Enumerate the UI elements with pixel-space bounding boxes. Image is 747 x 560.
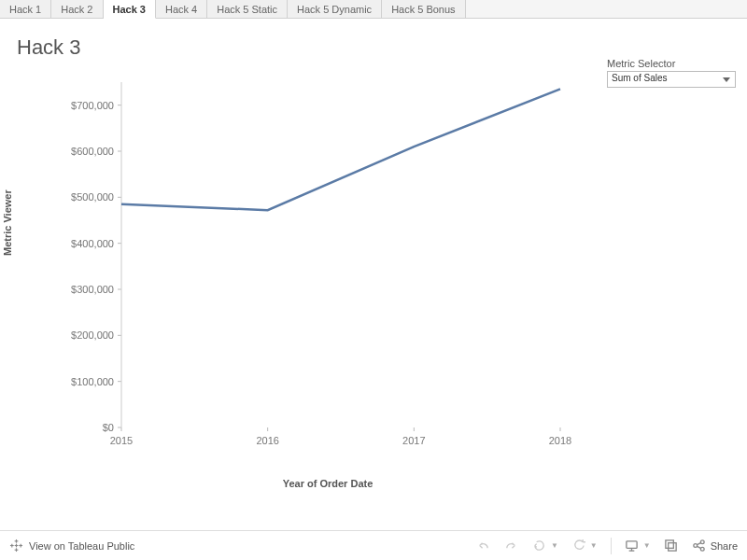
tab-hack-5-bonus[interactable]: Hack 5 Bonus [382,0,465,18]
view-on-tableau-link[interactable]: View on Tableau Public [9,539,134,553]
svg-text:$700,000: $700,000 [71,100,114,111]
undo-icon[interactable] [476,539,491,553]
svg-text:$400,000: $400,000 [71,238,114,249]
svg-point-40 [694,544,698,548]
dashboard-view: Hack 3 Metric Viewer $0$100,000$200,000$… [0,19,747,523]
svg-text:2018: 2018 [549,435,571,446]
svg-text:$0: $0 [103,422,114,433]
svg-rect-38 [666,540,673,548]
presentation-icon[interactable] [625,539,640,553]
chevron-down-icon[interactable]: ▼ [643,541,651,550]
svg-text:$200,000: $200,000 [71,329,114,341]
page-title: Hack 3 [17,35,607,60]
fullscreen-icon[interactable] [664,539,679,553]
redo-icon[interactable] [504,539,519,553]
share-button[interactable]: Share [692,539,738,553]
svg-line-44 [698,546,701,548]
tab-hack-5-dynamic[interactable]: Hack 5 Dynamic [288,0,382,18]
svg-point-41 [701,540,705,544]
view-on-tableau-label: View on Tableau Public [29,540,134,552]
svg-text:$300,000: $300,000 [71,284,114,295]
plot-container: Metric Viewer $0$100,000$200,000$300,000… [9,63,588,511]
line-chart: $0$100,000$200,000$300,000$400,000$500,0… [37,73,579,483]
chevron-down-icon[interactable]: ▼ [551,541,558,550]
svg-rect-39 [669,543,676,551]
tab-hack-2[interactable]: Hack 2 [51,0,103,18]
chevron-down-icon[interactable]: ▼ [590,541,598,550]
metric-selector-label: Metric Selector [607,58,736,69]
sidebar: Metric Selector Sum of Sales [607,19,747,523]
bottom-toolbar: View on Tableau Public ▼ ▼ ▼ Share [0,530,747,560]
tab-hack-1[interactable]: Hack 1 [0,0,51,18]
y-axis-label: Metric Viewer [2,189,13,256]
tab-hack-3[interactable]: Hack 3 [104,0,156,19]
svg-text:2016: 2016 [256,435,278,446]
share-icon [692,539,707,553]
tab-hack-4[interactable]: Hack 4 [156,0,207,18]
svg-text:$100,000: $100,000 [71,376,114,387]
metric-selector-dropdown[interactable]: Sum of Sales [607,71,736,88]
replay-icon[interactable] [532,539,547,553]
share-label: Share [711,540,738,552]
tab-bar: Hack 1Hack 2Hack 3Hack 4Hack 5 StaticHac… [0,0,747,19]
svg-point-42 [701,547,705,551]
refresh-icon[interactable] [571,539,586,553]
tab-hack-5-static[interactable]: Hack 5 Static [207,0,288,18]
svg-text:2015: 2015 [110,435,133,446]
svg-rect-35 [627,541,637,549]
svg-text:2017: 2017 [402,435,425,446]
tableau-logo-icon [9,539,23,553]
svg-line-43 [698,543,701,545]
chart-area: Hack 3 Metric Viewer $0$100,000$200,000$… [0,19,607,523]
svg-text:$600,000: $600,000 [71,146,114,157]
x-axis-label: Year of Order Date [283,478,374,489]
svg-text:$500,000: $500,000 [71,191,114,203]
